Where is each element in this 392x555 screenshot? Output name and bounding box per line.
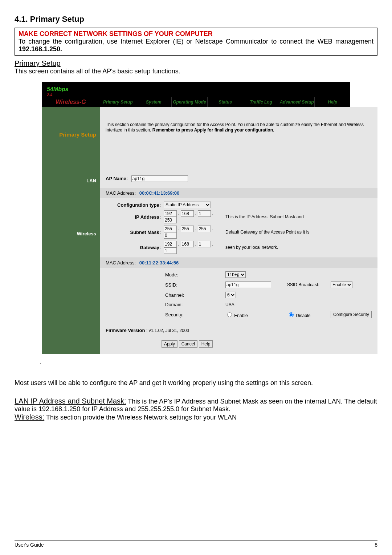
channel-label: Channel: [164, 292, 225, 298]
nav-traffic-log[interactable]: Traffic Log [243, 97, 279, 107]
security-enable-label: Enable [234, 313, 248, 318]
ssid-label: SSID: [164, 282, 225, 288]
sm-oct-4[interactable] [164, 232, 177, 239]
lan-note-1: This is the IP Address, Subnet Mask and [225, 214, 372, 219]
wireless-body: This section provide the Wireless Networ… [46, 414, 237, 421]
gw-oct-1[interactable] [164, 241, 177, 247]
side-lan: LAN [42, 175, 100, 186]
wireless-heading: Wireless: [15, 413, 44, 421]
ssid-bcast-select[interactable]: Enable [331, 281, 352, 288]
logo-line2: 2.4 [47, 93, 69, 97]
ssid-input[interactable] [225, 281, 271, 288]
sm-label: Subnet Mask: [106, 230, 164, 235]
callout-box: MAKE CORRECT NETWORK SETTINGS OF YOUR CO… [15, 28, 377, 56]
gw-oct-3[interactable] [198, 241, 211, 247]
conf-type-select[interactable]: Static IP Address [164, 202, 211, 208]
lan-note-2: Default Gateway of the Access Point as i… [225, 230, 372, 235]
primary-setup-heading: Primary Setup [15, 59, 61, 67]
nav-status[interactable]: Status [207, 97, 243, 107]
brand-label: Wireless-G [42, 97, 100, 107]
nav-advanced-setup[interactable]: Advanced Setup [279, 97, 315, 107]
sm-oct-3[interactable] [198, 226, 211, 232]
channel-select[interactable]: 6 [225, 292, 236, 298]
lan-note-3: seen by your local network. [225, 245, 372, 250]
callout-heading: MAKE CORRECT NETWORK SETTINGS OF YOUR CO… [19, 30, 213, 37]
conf-type-label: Configuration type: [106, 202, 164, 208]
primary-setup-desc: This screen contains all of the AP's bas… [15, 68, 180, 75]
logo-line1: 54Mbps [47, 86, 69, 93]
section-title: 4.1. Primary Setup [15, 15, 377, 24]
security-disable-radio[interactable] [289, 312, 294, 317]
wl-mac: 00:11:22:33:44:56 [139, 260, 179, 266]
gw-oct-2[interactable] [181, 241, 194, 247]
lan-heading: LAN IP Address and Subnet Mask: [15, 397, 126, 405]
mode-select[interactable]: 11b+g [225, 271, 246, 278]
gw-label: Gateway: [106, 245, 164, 250]
router-screenshot: 54Mbps 2.4 Wireless-G Primary Setup Syst… [42, 82, 350, 354]
mode-label: Mode: [164, 272, 225, 278]
lan-mac: 00:0C:41:13:69:00 [139, 190, 180, 196]
ssid-bcast-label: SSID Broadcast: [287, 282, 331, 287]
side-primary-setup: Primary Setup [42, 107, 100, 162]
security-disable-label: Disable [296, 313, 310, 318]
footer-left: User's Guide [15, 542, 44, 548]
callout-line1: To change the configuration, use Interne… [19, 38, 373, 45]
gw-oct-4[interactable] [164, 247, 177, 254]
nav-system[interactable]: System [136, 97, 172, 107]
sm-oct-1[interactable] [164, 226, 177, 232]
ip-oct-3[interactable] [198, 210, 211, 217]
ap-name-label: AP Name: [106, 176, 130, 181]
wl-mac-prefix: MAC Address: [106, 260, 138, 266]
security-label: Security: [164, 312, 225, 317]
side-wireless: Wireless [42, 228, 100, 239]
callout-address: 192.168.1.250. [19, 45, 62, 53]
domain-value: USA [225, 302, 287, 307]
intro-bold: Remember to press Apply for finalizing y… [152, 127, 274, 133]
ip-oct-4[interactable] [164, 217, 177, 223]
ip-oct-1[interactable] [164, 210, 177, 217]
lan-mac-prefix: MAC Address: [106, 190, 138, 196]
security-enable-radio[interactable] [227, 312, 232, 317]
cancel-button[interactable] [179, 340, 197, 348]
help-button[interactable] [199, 340, 213, 348]
sm-oct-2[interactable] [181, 226, 194, 232]
body-paragraph-1: Most users will be able to configure the… [15, 376, 377, 390]
domain-label: Domain: [164, 302, 225, 307]
fw-label: Firmware Version [106, 328, 145, 333]
nav-primary-setup[interactable]: Primary Setup [100, 97, 136, 107]
ip-oct-2[interactable] [181, 210, 194, 217]
apply-button[interactable] [162, 340, 177, 348]
ip-label: IP Address: [106, 214, 164, 220]
ap-name-input[interactable] [131, 175, 188, 182]
nav-operating-mode[interactable]: Operating Mode [171, 97, 207, 107]
fw-value: : v1.1.02, Jul 31, 2003 [146, 328, 189, 333]
footer-page-number: 8 [375, 542, 377, 548]
nav-help[interactable]: Help [314, 97, 350, 107]
configure-security-button[interactable] [331, 311, 372, 318]
